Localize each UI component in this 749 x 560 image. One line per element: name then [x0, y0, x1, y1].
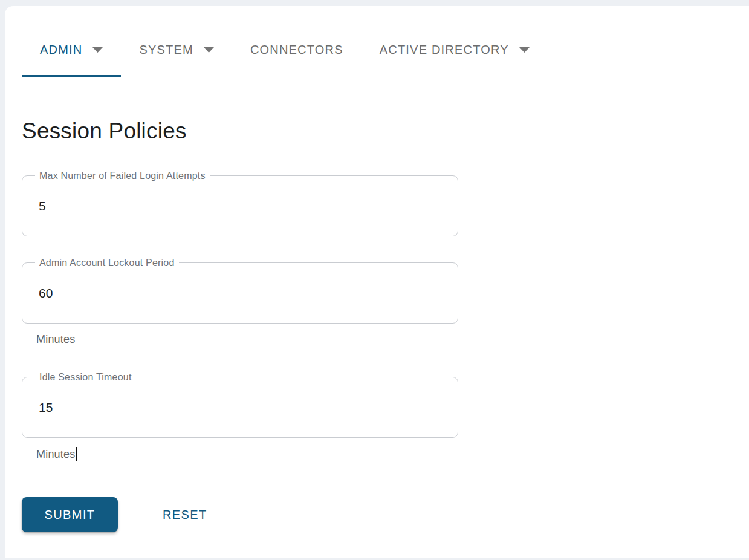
idle-session-timeout-input[interactable]: [22, 377, 458, 437]
tab-active-directory[interactable]: ACTIVE DIRECTORY: [362, 23, 548, 77]
field-label: Idle Session Timeout: [35, 371, 136, 383]
chevron-down-icon: [204, 47, 214, 53]
idle-session-timeout-field: Idle Session Timeout: [22, 377, 458, 438]
tab-bar: ADMIN SYSTEM CONNECTORS ACTIVE DIRECTORY: [5, 6, 749, 77]
main-content: Session Policies Max Number of Failed Lo…: [5, 117, 749, 532]
helper-text: Minutes: [36, 447, 749, 461]
page-title: Session Policies: [22, 117, 749, 145]
page-background: ADMIN SYSTEM CONNECTORS ACTIVE DIRECTORY: [0, 0, 749, 560]
submit-button[interactable]: SUBMIT: [22, 497, 118, 532]
form-actions: SUBMIT RESET: [22, 497, 749, 532]
admin-account-lockout-period-field: Admin Account Lockout Period: [22, 262, 458, 324]
tab-admin-label: ADMIN: [40, 43, 82, 57]
tab-system-label: SYSTEM: [139, 43, 193, 57]
helper-text-label: Minutes: [36, 448, 75, 461]
admin-account-lockout-period-input[interactable]: [22, 263, 458, 323]
chevron-down-icon: [519, 47, 530, 53]
helper-text: Minutes: [36, 333, 749, 346]
text-cursor: [76, 447, 77, 461]
tab-active-directory-label: ACTIVE DIRECTORY: [380, 43, 509, 57]
tab-system[interactable]: SYSTEM: [121, 23, 232, 77]
settings-card: ADMIN SYSTEM CONNECTORS ACTIVE DIRECTORY: [5, 6, 749, 558]
tab-connectors-label: CONNECTORS: [250, 43, 343, 57]
field-label: Admin Account Lockout Period: [35, 257, 179, 269]
chevron-down-icon: [92, 47, 103, 53]
field-label: Max Number of Failed Login Attempts: [35, 170, 210, 182]
reset-button[interactable]: RESET: [157, 503, 213, 527]
max-failed-login-attempts-field: Max Number of Failed Login Attempts: [22, 175, 458, 236]
tab-admin[interactable]: ADMIN: [22, 23, 121, 77]
tab-connectors[interactable]: CONNECTORS: [232, 23, 362, 77]
helper-text-label: Minutes: [36, 333, 75, 346]
max-failed-login-attempts-input[interactable]: [22, 176, 458, 236]
